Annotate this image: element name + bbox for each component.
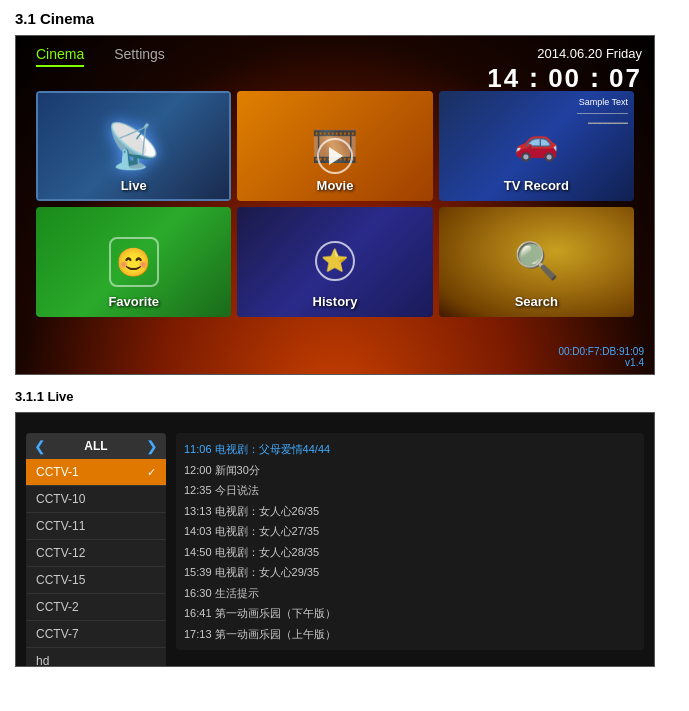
tile-favorite[interactable]: 😊 Favorite: [36, 207, 231, 317]
channel-item-cctv1[interactable]: CCTV-1 ✓: [26, 459, 166, 486]
channel-check-icon: ✓: [147, 466, 156, 479]
cinema-screen: Cinema Settings 2014.06.20 Friday 14：00：…: [15, 35, 655, 375]
program-panel: 11:06 电视剧：父母爱情44/44 12:00 新闻30分 12:35 今日…: [176, 433, 644, 650]
tile-live-label: Live: [121, 178, 147, 193]
search-icon: 🔍: [514, 240, 559, 282]
prev-channel-arrow[interactable]: ❮: [34, 438, 46, 454]
cinema-datetime: 2014.06.20 Friday 14：00：07: [487, 46, 642, 96]
tile-history[interactable]: ⭐ History: [237, 207, 432, 317]
channel-item-cctv2[interactable]: CCTV-2: [26, 594, 166, 621]
channel-item-hd[interactable]: hd: [26, 648, 166, 667]
channel-all-label: ALL: [84, 439, 107, 453]
sample-text: Sample Text: [577, 97, 628, 109]
channel-item-cctv12[interactable]: CCTV-12: [26, 540, 166, 567]
program-item-4[interactable]: 14:03 电视剧：女人心27/35: [184, 521, 636, 542]
car-icon: 🚗: [514, 121, 559, 163]
cinema-date: 2014.06.20 Friday: [537, 46, 642, 61]
tile-movie[interactable]: 🎞️ Movie: [237, 91, 432, 201]
sample-text-overlay: Sample Text ───────── ━━━━━━━━: [577, 97, 628, 129]
program-item-2[interactable]: 12:35 今日说法: [184, 480, 636, 501]
program-item-9[interactable]: 17:13 第一动画乐园（上午版）: [184, 624, 636, 645]
tile-movie-label: Movie: [317, 178, 354, 193]
program-item-6[interactable]: 15:39 电视剧：女人心29/35: [184, 562, 636, 583]
channel-panel: ❮ ALL ❯ CCTV-1 ✓ CCTV-10 CCTV-11 CCTV-12…: [26, 433, 166, 667]
tile-search[interactable]: 🔍 Search: [439, 207, 634, 317]
program-item-0[interactable]: 11:06 电视剧：父母爱情44/44: [184, 439, 636, 460]
footer-mac: 00:D0:F7:DB:91:09: [558, 346, 644, 357]
channel-item-cctv7[interactable]: CCTV-7: [26, 621, 166, 648]
nav-settings[interactable]: Settings: [114, 46, 165, 67]
channel-item-cctv10[interactable]: CCTV-10: [26, 486, 166, 513]
tile-search-label: Search: [515, 294, 558, 309]
cinema-time: 14：00：07: [487, 63, 642, 93]
live-section: ❮ ALL ❯ CCTV-1 ✓ CCTV-10 CCTV-11 CCTV-12…: [15, 412, 655, 667]
channel-item-cctv11[interactable]: CCTV-11: [26, 513, 166, 540]
program-time-0: 11:06: [184, 443, 212, 455]
program-item-1[interactable]: 12:00 新闻30分: [184, 460, 636, 481]
tiles-grid: 📡 Live 🎞️ Movie Sample Text ───────── ━━…: [36, 91, 634, 317]
cinema-footer: 00:D0:F7:DB:91:09 v1.4: [558, 346, 644, 368]
section2-title: 3.1.1 Live: [15, 389, 674, 404]
nav-cinema[interactable]: Cinema: [36, 46, 84, 67]
program-item-7[interactable]: 16:30 生活提示: [184, 583, 636, 604]
history-star-icon: ⭐: [315, 241, 355, 281]
tile-favorite-label: Favorite: [108, 294, 159, 309]
section1-title: 3.1 Cinema: [15, 10, 674, 27]
tile-history-label: History: [313, 294, 358, 309]
program-item-3[interactable]: 13:13 电视剧：女人心26/35: [184, 501, 636, 522]
channel-item-cctv15[interactable]: CCTV-15: [26, 567, 166, 594]
tile-tvrecord[interactable]: Sample Text ───────── ━━━━━━━━ 🚗 TV Reco…: [439, 91, 634, 201]
channel-header: ❮ ALL ❯: [26, 433, 166, 459]
program-item-5[interactable]: 14:50 电视剧：女人心28/35: [184, 542, 636, 563]
tile-live[interactable]: 📡 Live: [36, 91, 231, 201]
tile-tvrecord-label: TV Record: [504, 178, 569, 193]
footer-version: v1.4: [558, 357, 644, 368]
program-item-8[interactable]: 16:41 第一动画乐园（下午版）: [184, 603, 636, 624]
cinema-nav: Cinema Settings: [36, 46, 165, 67]
program-title-0: 电视剧：父母爱情44/44: [215, 443, 331, 455]
next-channel-arrow[interactable]: ❯: [146, 438, 158, 454]
